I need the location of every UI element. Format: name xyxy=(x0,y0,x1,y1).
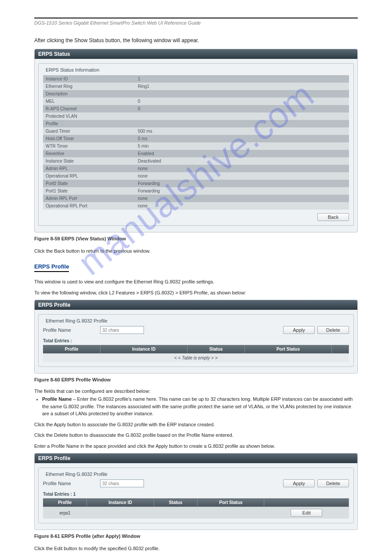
figure-1-caption: Figure 8-59 ERPS (View Status) Window xyxy=(34,236,358,241)
apply-button[interactable]: Apply xyxy=(283,326,315,334)
erps-profile-legend-2: Ethernet Ring G.8032 Profile xyxy=(44,472,109,477)
cell-instance xyxy=(87,507,154,519)
row-label: Revertive xyxy=(43,150,135,157)
col-actions-2 xyxy=(264,498,349,507)
edit-button[interactable]: Edit xyxy=(291,509,322,517)
cell-profile: erps1 xyxy=(43,507,87,519)
row-label: Admin RPL Port xyxy=(43,195,135,202)
back-note: Click the Back button to return to the p… xyxy=(34,247,358,255)
subheading-intro: This window is used to view and configur… xyxy=(34,278,358,286)
row-value: Enabled xyxy=(135,150,349,157)
table-row: erps1 Edit xyxy=(43,507,349,519)
erps-status-fieldset: ERPS Status Information Instance ID1 Eth… xyxy=(38,63,354,226)
table-empty-msg: < < Table is empty > > xyxy=(43,354,349,363)
cell-port-status xyxy=(198,507,264,519)
nav-text: To view the following window, click L2 F… xyxy=(34,289,358,297)
erps-profile-panel-2: ERPS Profile Ethernet Ring G.8032 Profil… xyxy=(34,453,358,530)
apply-note: Click the Apply button to associate the … xyxy=(34,421,358,428)
row-value: 5 min xyxy=(135,142,349,150)
row-label: Ethernet Ring xyxy=(43,83,135,90)
row-label: R-APS Channel xyxy=(43,105,135,112)
erps-profile-fieldset-2: Ethernet Ring G.8032 Profile Profile Nam… xyxy=(38,468,354,523)
edit-note: Click the Edit button to modify the spec… xyxy=(34,545,358,552)
row-label: WTR Timer xyxy=(43,142,135,150)
cell-status xyxy=(154,507,198,519)
col-profile-2: Profile xyxy=(43,498,87,507)
col-status-2: Status xyxy=(154,498,198,507)
intro-text: After clicking the Show Status button, t… xyxy=(34,37,358,44)
row-value xyxy=(135,120,349,127)
erps-status-panel: ERPS Status ERPS Status Information Inst… xyxy=(34,49,358,232)
col-status: Status xyxy=(187,345,245,354)
header-rule xyxy=(34,18,358,18)
erps-profile-legend: Ethernet Ring G.8032 Profile xyxy=(44,318,109,323)
row-value: none xyxy=(135,202,349,210)
erps-profile-fieldset: Ethernet Ring G.8032 Profile Profile Nam… xyxy=(38,314,354,367)
row-value: 0 xyxy=(135,105,349,112)
figure-2-caption: Figure 8-60 ERPS Profile Window xyxy=(34,377,358,382)
erps-profile-title-2: ERPS Profile xyxy=(35,453,357,463)
row-label: Description xyxy=(43,90,135,98)
param-item: Profile Name – Enter the G.8032 profile'… xyxy=(42,395,358,417)
row-label: Protected VLAN xyxy=(43,112,135,120)
row-value xyxy=(135,90,349,98)
row-value: 0 xyxy=(135,98,349,105)
row-value: Ring1 xyxy=(135,83,349,90)
col-profile: Profile xyxy=(43,345,100,354)
delete-button-2[interactable]: Delete xyxy=(317,479,349,487)
row-value: Deactivated xyxy=(135,157,349,165)
erps-status-title: ERPS Status xyxy=(35,49,357,59)
profile-name-input[interactable] xyxy=(100,326,144,334)
row-label: Port1 State xyxy=(43,187,135,195)
back-button[interactable]: Back xyxy=(317,213,349,221)
create-note: Enter a Profile Name in the space provid… xyxy=(34,443,358,450)
col-instance: Instance ID xyxy=(100,345,187,354)
erps-profile-panel: ERPS Profile Ethernet Ring G.8032 Profil… xyxy=(34,300,358,374)
erps-profile-heading: ERPS Profile xyxy=(34,263,69,272)
profile-name-input-2[interactable] xyxy=(100,479,144,487)
col-port-status: Port Status xyxy=(245,345,331,354)
row-label: Instance State xyxy=(43,157,135,165)
erps-status-legend: ERPS Status Information xyxy=(44,67,101,73)
row-label: Guard Timer xyxy=(43,127,135,135)
row-label: Admin RPL xyxy=(43,165,135,172)
header-left: DGS-1510 Series Gigabit Ethernet SmartPr… xyxy=(34,20,201,25)
profile-table-2: Profile Instance ID Status Port Status e… xyxy=(43,498,349,519)
delete-note: Click the Delete button to disassociate … xyxy=(34,432,358,439)
profile-table: Profile Instance ID Status Port Status <… xyxy=(43,345,349,362)
row-value xyxy=(135,112,349,120)
row-label: Instance ID xyxy=(43,75,135,83)
figure-3-caption: Figure 8-61 ERPS Profile (after Apply) W… xyxy=(34,533,358,539)
row-value: 1 xyxy=(135,75,349,83)
row-label: Profile xyxy=(43,120,135,127)
profile-name-label-2: Profile Name xyxy=(43,481,96,486)
row-value: 0 ms xyxy=(135,135,349,142)
col-instance-2: Instance ID xyxy=(87,498,154,507)
delete-button[interactable]: Delete xyxy=(317,326,349,334)
row-label: Port0 State xyxy=(43,180,135,187)
total-entries-label-2: Total Entries : 1 xyxy=(43,492,349,497)
row-value: none xyxy=(135,195,349,202)
row-label: Operational RPL Port xyxy=(43,202,135,210)
col-actions xyxy=(332,345,349,354)
erps-status-table: Instance ID1 Ethernet RingRing1 Descript… xyxy=(43,75,349,210)
row-value: Forwarding xyxy=(135,187,349,195)
col-port-status-2: Port Status xyxy=(198,498,264,507)
row-value: Forwarding xyxy=(135,180,349,187)
row-label: Operational RPL xyxy=(43,172,135,180)
row-value: 500 ms xyxy=(135,127,349,135)
row-value: none xyxy=(135,172,349,180)
erps-profile-title: ERPS Profile xyxy=(35,300,357,310)
params-heading: The fields that can be configured are de… xyxy=(34,388,358,394)
total-entries-label: Total Entries : xyxy=(43,338,349,343)
row-value: none xyxy=(135,165,349,172)
profile-name-label: Profile Name xyxy=(43,327,96,333)
row-label: Hold-Off Timer xyxy=(43,135,135,142)
apply-button-2[interactable]: Apply xyxy=(283,479,315,487)
row-label: MEL xyxy=(43,98,135,105)
